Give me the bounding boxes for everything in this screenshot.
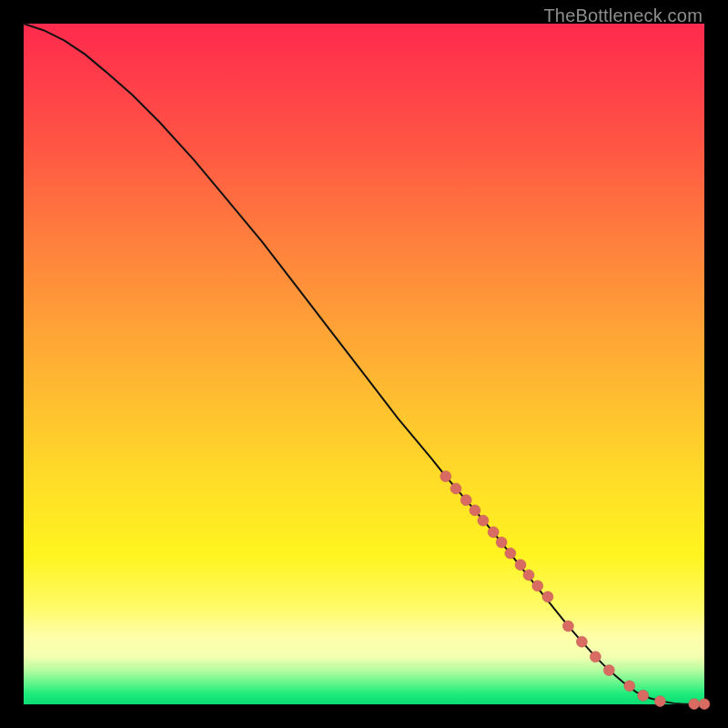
data-point xyxy=(542,592,553,602)
data-point xyxy=(576,636,587,647)
data-point xyxy=(689,699,700,710)
data-point xyxy=(450,483,461,494)
data-point xyxy=(638,690,649,701)
data-point xyxy=(590,652,601,662)
data-point xyxy=(440,470,451,481)
data-point xyxy=(654,696,665,707)
chart-frame: TheBottleneck.com xyxy=(0,0,728,728)
data-point xyxy=(460,495,471,506)
plot-area xyxy=(24,24,704,704)
data-point xyxy=(470,505,480,516)
data-point xyxy=(496,537,507,548)
data-point xyxy=(488,527,499,538)
chart-svg xyxy=(24,24,704,704)
data-point xyxy=(532,581,543,592)
data-point xyxy=(515,560,526,571)
data-point xyxy=(478,515,489,526)
scatter-markers xyxy=(440,470,710,709)
data-point xyxy=(624,681,635,692)
data-point xyxy=(699,699,710,710)
data-point xyxy=(603,665,614,676)
data-point xyxy=(562,621,573,632)
data-point xyxy=(505,548,516,559)
data-point xyxy=(523,570,534,581)
curve-line xyxy=(24,24,704,704)
